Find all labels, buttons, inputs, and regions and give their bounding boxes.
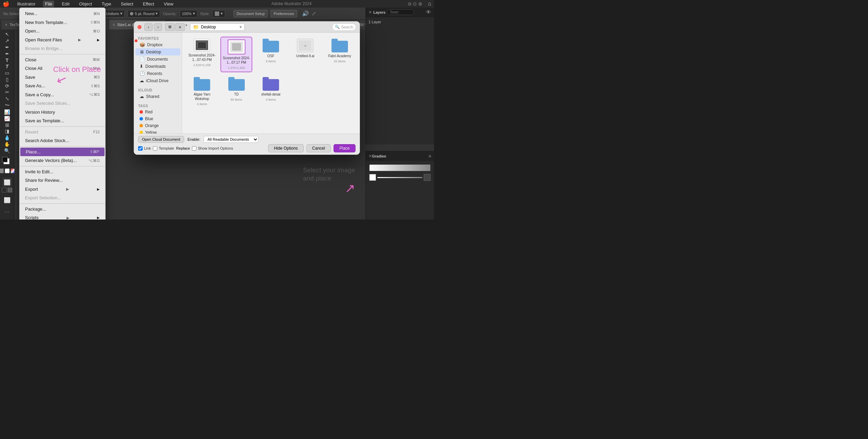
dialog-forward-button[interactable]: › xyxy=(154,23,162,31)
menu-save-as[interactable]: Save As... ⇧⌘S xyxy=(20,81,105,90)
menu-scripts[interactable]: Scripts ▶ xyxy=(20,213,105,220)
location-box[interactable]: 📁 Desktop ▾ xyxy=(190,23,245,31)
graph-alt-tool[interactable]: 📈 xyxy=(2,115,13,121)
more-tools[interactable]: ··· xyxy=(4,206,10,217)
tab-close-size1[interactable]: ✕ xyxy=(112,23,115,27)
sidebar-tag-yellow[interactable]: Yellow xyxy=(135,129,180,134)
apple-menu[interactable]: 🍎 xyxy=(3,1,10,7)
mesh-tool[interactable]: ⊞ xyxy=(2,122,13,128)
menubar-effect[interactable]: Effect xyxy=(141,1,156,7)
menu-version-history[interactable]: Version History xyxy=(20,108,105,117)
sidebar-item-desktop[interactable]: 🖥 Desktop xyxy=(135,48,180,55)
place-button[interactable]: Place xyxy=(334,144,355,152)
direct-select-tool[interactable]: ↗ xyxy=(2,38,13,44)
hide-options-button[interactable]: Hide Options xyxy=(268,144,303,152)
menubar-edit[interactable]: Edit xyxy=(60,1,71,7)
file-untitled9[interactable]: ai Untitled-9.ai xyxy=(289,37,321,72)
preferences-button[interactable]: Preferences xyxy=(270,10,297,17)
gradient-menu-icon[interactable]: ≡ xyxy=(429,153,431,159)
menu-open[interactable]: Open... ⌘O xyxy=(20,27,105,36)
menu-new[interactable]: New... ⌘N xyxy=(20,9,105,18)
doc-setup-button[interactable]: Document Setup xyxy=(233,10,268,17)
sidebar-item-dropbox[interactable]: 📦 Dropbox xyxy=(135,41,180,48)
menubar-illustrator[interactable]: Illustrator xyxy=(15,1,37,7)
layers-eye-icon[interactable]: 👁 xyxy=(426,9,431,15)
file-td[interactable]: TD 85 items xyxy=(220,75,252,108)
menu-save-slices[interactable]: Save Selected Slices... xyxy=(20,99,105,108)
menubar-object[interactable]: Object xyxy=(77,1,94,7)
link-checkbox[interactable] xyxy=(138,146,143,151)
menubar-select[interactable]: Select xyxy=(119,1,135,7)
sidebar-tag-red[interactable]: Red xyxy=(135,109,180,115)
menu-save[interactable]: Save ⌘S xyxy=(20,73,105,82)
swatch1[interactable] xyxy=(0,168,4,173)
layers-search-input[interactable] xyxy=(387,9,414,15)
select-tool[interactable]: ↖ xyxy=(2,32,13,37)
pen-alt-tool[interactable]: ✒ xyxy=(2,51,13,57)
menu-place[interactable]: Place... ⇧⌘P xyxy=(20,148,105,156)
file-screenshot2[interactable]: Screenshot 2024-1...07:17 PM 1,374×1,932 xyxy=(220,37,252,72)
rotate-tool[interactable]: ⟳ xyxy=(2,83,13,89)
menu-save-copy[interactable]: Save a Copy... ⌥⌘S xyxy=(20,90,105,99)
gradient-stop-white[interactable] xyxy=(369,174,376,181)
menu-package[interactable]: Package... xyxy=(20,205,105,214)
opacity-value-box[interactable]: 100% ▾ xyxy=(180,10,197,17)
menubar-type[interactable]: Type xyxy=(99,1,113,7)
style-box[interactable]: ▾ xyxy=(212,10,225,17)
menu-close-all[interactable]: Close All ⌥⌘W xyxy=(20,64,105,73)
rect-tool[interactable]: ▭ xyxy=(2,70,13,76)
expand-icon[interactable]: ⤢ xyxy=(312,10,316,17)
menu-export[interactable]: Export ▶ xyxy=(20,185,105,194)
link-checkbox-label[interactable]: Link xyxy=(138,146,151,151)
open-cloud-button[interactable]: Open Cloud Document xyxy=(138,136,184,143)
menu-gen-vectors[interactable]: Generate Vectors (Beta)... ⌥⌘G xyxy=(20,156,105,165)
tab-close-testai[interactable]: ✕ xyxy=(5,23,8,27)
file-algae[interactable]: Algae Yarn Wokshop 6 items xyxy=(186,75,218,108)
audio-icon[interactable]: 🔊 xyxy=(302,10,309,17)
zoom-tool[interactable]: 🔍 xyxy=(2,148,13,153)
dialog-close-button[interactable] xyxy=(137,25,142,29)
sidebar-item-downloads[interactable]: ⬇ Downloads xyxy=(135,63,180,70)
scale-tool[interactable]: ⤡ xyxy=(2,96,13,102)
eyedropper-tool[interactable]: 💧 xyxy=(2,135,13,141)
menu-save-template[interactable]: Save as Template... xyxy=(20,116,105,125)
file-osf[interactable]: OSF 8 items xyxy=(255,37,287,72)
sidebar-item-shared[interactable]: ☁ Shared xyxy=(135,93,180,100)
gradient-stop-dark[interactable] xyxy=(424,174,431,181)
template-checkbox[interactable] xyxy=(153,146,157,151)
enable-select[interactable]: All Readable Documents xyxy=(204,136,258,143)
layers-close-btn[interactable]: ✕ xyxy=(369,10,372,15)
gradient-preview[interactable] xyxy=(369,164,431,171)
menu-share-review[interactable]: Share for Review... xyxy=(20,176,105,185)
file-shefali[interactable]: shefali-desai 4 items xyxy=(255,75,287,108)
graph-tool[interactable]: 📊 xyxy=(2,109,13,115)
show-import-checkbox[interactable] xyxy=(192,146,196,151)
home-icon[interactable]: ⌂ xyxy=(428,1,431,7)
template-checkbox-label[interactable]: Template xyxy=(153,146,174,151)
menu-new-template[interactable]: New from Template... ⇧⌘N xyxy=(20,18,105,27)
sidebar-tag-orange[interactable]: Orange xyxy=(135,122,180,129)
menu-open-recent[interactable]: Open Recent Files ▶ xyxy=(20,36,105,45)
dialog-search-box[interactable]: 🔍 Search xyxy=(332,23,356,31)
swatch2[interactable] xyxy=(5,168,10,173)
sidebar-tag-blue[interactable]: Blue xyxy=(135,115,180,122)
sidebar-item-recents[interactable]: 🕐 Recents xyxy=(135,70,180,77)
cancel-button[interactable]: Cancel xyxy=(306,144,331,152)
view-icon-btn[interactable]: ⊞ xyxy=(165,23,174,31)
art-btn2[interactable] xyxy=(8,188,12,192)
menu-browse-bridge[interactable]: Browse in Bridge... xyxy=(20,44,105,53)
menu-close[interactable]: Close ⌘W xyxy=(20,55,105,64)
file-screenshot1[interactable]: Screenshot 2024-1...07:43 PM 2,520×2,158 xyxy=(186,37,218,72)
gradient-tool[interactable]: ◨ xyxy=(2,128,13,134)
menu-revert[interactable]: Revert F12 xyxy=(20,128,105,137)
sidebar-item-icloud-drive[interactable]: ☁ iCloud Drive xyxy=(135,77,180,84)
menu-invite[interactable]: Invite to Edit... xyxy=(20,167,105,176)
scissors-tool[interactable]: ✂ xyxy=(2,89,13,95)
menu-export-selection[interactable]: Export Selection... xyxy=(20,193,105,202)
pen-tool[interactable]: ✒ xyxy=(2,45,13,50)
show-import-label[interactable]: Show Import Options xyxy=(192,146,233,151)
art-board-icon[interactable]: ⬜ xyxy=(3,196,11,204)
art-btn1[interactable] xyxy=(2,188,7,192)
art-board-tool[interactable]: ⬜ xyxy=(3,178,11,186)
sidebar-item-documents[interactable]: 📄 Documents xyxy=(135,55,180,63)
